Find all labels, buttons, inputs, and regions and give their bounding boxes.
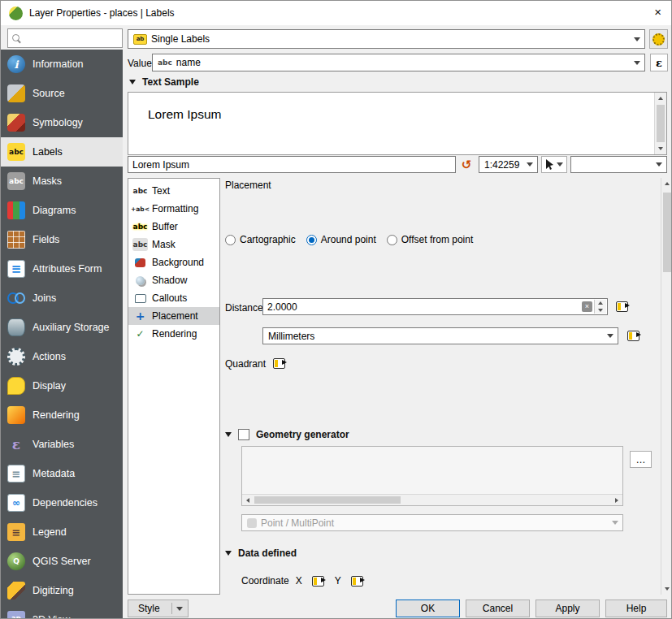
fields-icon [7,231,25,249]
tab-buffer[interactable]: Buffer [128,218,219,236]
scrollbar-thumb[interactable] [663,193,671,272]
sidebar-item-masks[interactable]: Masks [1,167,123,196]
sidebar-item-dependencies[interactable]: Dependencies [1,488,123,517]
tab-text[interactable]: Text [128,182,219,200]
placement-panel-scrollbar[interactable] [661,178,672,595]
units-override-button[interactable] [623,326,643,345]
radio-selected-icon [306,235,317,245]
sidebar-item-label: Diagrams [33,205,76,216]
sidebar-item-metadata[interactable]: Metadata [1,459,123,488]
actions-icon [7,348,25,366]
tab-mask[interactable]: Mask [128,236,219,253]
ok-button[interactable]: OK [396,600,460,617]
reset-sample-text-button[interactable]: ↺ [457,156,475,173]
geometry-generator-expander[interactable]: Geometry generator [225,429,349,440]
geometry-type-value: Point / MultiPoint [261,517,334,529]
spin-up-icon[interactable] [595,300,606,307]
distance-input[interactable] [263,301,607,313]
sidebar-item-source[interactable]: Source [1,79,123,108]
scroll-left-icon[interactable] [242,495,254,505]
sample-background-combo[interactable] [570,156,667,173]
scroll-right-icon[interactable] [611,495,622,505]
geometry-type-combo: Point / MultiPoint [241,514,623,531]
sidebar-item-labels[interactable]: Labels [1,137,123,167]
coordinate-y-override-button[interactable] [348,571,367,591]
value-field-combo[interactable]: name [152,54,645,71]
value-label: Value [128,58,152,69]
cancel-button[interactable]: Cancel [466,600,530,617]
label-mode-combo[interactable]: Single Labels [128,29,645,49]
diagrams-icon [7,201,25,219]
sidebar-item-auxiliary-storage[interactable]: Auxiliary Storage [1,313,123,342]
expression-builder-button[interactable]: ε [650,54,668,71]
scroll-up-icon[interactable] [661,178,672,189]
apply-button[interactable]: Apply [535,600,600,617]
text-sample-expander[interactable]: Text Sample [129,76,199,88]
sidebar-item-rendering[interactable]: Rendering [1,400,123,430]
set-from-canvas-button[interactable] [541,156,567,173]
sidebar-item-qgis-server[interactable]: QGIS Server [1,547,123,576]
scroll-down-icon[interactable] [655,143,666,154]
search-input[interactable] [25,32,118,44]
data-defined-expander[interactable]: Data defined [225,548,297,559]
radio-offset-from-point[interactable]: Offset from point [387,234,473,245]
tab-label: Text [152,185,170,197]
sidebar-item-legend[interactable]: Legend [1,517,123,547]
mask-icon [132,238,148,251]
sidebar-item-diagrams[interactable]: Diagrams [1,196,123,225]
sidebar-item-display[interactable]: Display [1,371,123,400]
quadrant-override-button[interactable] [269,353,288,373]
sidebar-item-attributes-form[interactable]: Attributes Form [1,254,123,284]
sidebar-item-3d-view[interactable]: 3D View [1,605,123,618]
radio-around-point[interactable]: Around point [306,234,376,245]
qgis-logo-icon [9,6,23,20]
masks-icon [7,172,25,190]
scrollbar-thumb[interactable] [254,496,401,504]
data-defined-override-icon [627,331,639,341]
preview-scale-combo[interactable]: 1:42259 [479,156,538,173]
sample-text-input[interactable] [128,159,455,171]
tab-callouts[interactable]: Callouts [128,289,219,307]
abc-field-type-icon [158,58,172,67]
tab-label: Rendering [152,328,197,340]
sidebar-item-actions[interactable]: Actions [1,342,123,371]
clear-value-icon[interactable]: × [582,301,592,312]
style-menu-button[interactable]: Style [128,600,189,617]
tab-rendering[interactable]: Rendering [128,325,219,343]
sidebar-item-label: Metadata [33,468,75,479]
shadow-icon [132,274,148,287]
sidebar-item-information[interactable]: Information [1,50,123,79]
sidebar-item-fields[interactable]: Fields [1,225,123,254]
expression-hscrollbar[interactable] [242,494,622,505]
scroll-up-icon[interactable] [655,93,666,104]
scrollbar-thumb[interactable] [657,105,665,142]
tab-shadow[interactable]: Shadow [128,271,219,289]
sidebar-item-digitizing[interactable]: Digitizing [1,576,123,605]
sidebar-item-label: Auxiliary Storage [33,322,110,333]
close-button[interactable]: × [654,5,661,19]
chevron-down-icon [176,607,183,611]
sidebar-item-joins[interactable]: Joins [1,284,123,313]
distance-units-combo[interactable]: Millimeters [262,327,618,344]
help-button[interactable]: Help [605,600,667,617]
radio-cartographic[interactable]: Cartographic [225,234,296,245]
distance-override-button[interactable] [612,297,631,316]
epsilon-expression-icon: ε [656,57,662,69]
scroll-down-icon[interactable] [661,583,672,595]
geometry-generator-checkbox[interactable] [238,429,249,440]
coordinate-x-override-button[interactable] [309,571,328,591]
tab-label: Formatting [152,203,198,214]
automated-placement-settings-button[interactable] [649,29,668,49]
sidebar-item-label: Source [33,88,65,99]
tab-background[interactable]: Background [128,253,219,271]
radio-label: Cartographic [240,234,296,245]
expression-browse-button[interactable]: … [630,451,652,468]
sidebar-item-symbology[interactable]: Symbology [1,108,123,137]
spin-down-icon[interactable] [595,307,606,314]
sidebar-item-variables[interactable]: Variables [1,430,123,459]
preview-text: Lorem Ipsum [148,107,221,122]
label-settings-tabs: Text Formatting Buffer Mask Background S… [128,178,220,595]
preview-scrollbar[interactable] [654,93,666,154]
tab-placement[interactable]: Placement [128,307,219,325]
tab-formatting[interactable]: Formatting [128,200,219,218]
